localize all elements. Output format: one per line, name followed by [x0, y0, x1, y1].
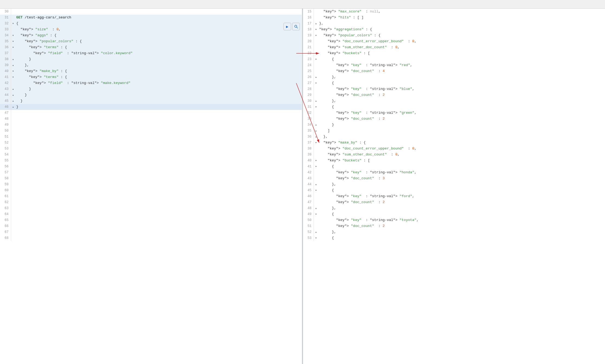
fold-button	[11, 122, 15, 128]
fold-button[interactable]: ▴	[11, 98, 15, 104]
svg-line-1	[297, 27, 298, 28]
code-line: "key"> "size" : 0,	[15, 27, 302, 32]
line-number: 62	[0, 199, 11, 205]
code-line: "key"> "make_by" : {	[318, 140, 605, 146]
line-number: 48	[0, 116, 11, 122]
left-editor[interactable]: 30 31GET /test-agg-cars/_search32▾{33 "k…	[0, 9, 302, 364]
line-number: 53	[303, 235, 314, 241]
fold-button[interactable]: ▴	[314, 21, 318, 27]
code-line	[15, 229, 302, 235]
line-number: 47	[303, 199, 314, 205]
fold-button	[11, 110, 15, 116]
run-button[interactable]: ▶	[284, 23, 291, 30]
fold-button	[11, 170, 15, 176]
fold-button	[11, 181, 15, 187]
code-line: }	[15, 98, 302, 104]
code-line	[15, 193, 302, 199]
fold-button[interactable]: ▾	[314, 187, 318, 193]
fold-button[interactable]: ▾	[11, 32, 15, 38]
fold-button[interactable]: ▾	[314, 164, 318, 170]
fold-button[interactable]: ▴	[314, 74, 318, 80]
line-number: 51	[0, 134, 11, 140]
fold-button[interactable]: ▾	[11, 74, 15, 80]
fold-button[interactable]: ▾	[314, 235, 318, 241]
fold-button[interactable]: ▾	[314, 32, 318, 38]
fold-button	[11, 128, 15, 134]
code-line: {	[318, 80, 605, 86]
fold-button[interactable]: ▾	[11, 21, 15, 27]
fold-button[interactable]: ▴	[11, 56, 15, 62]
code-line: "key"> "doc_count" : 2	[318, 199, 605, 205]
menu-help[interactable]	[15, 3, 21, 5]
fold-button[interactable]: ▴	[11, 104, 15, 110]
code-line	[15, 235, 302, 241]
fold-button[interactable]: ▾	[11, 68, 15, 74]
fold-button	[11, 223, 15, 229]
fold-button[interactable]: ▾	[314, 80, 318, 86]
fold-button[interactable]: ▴	[314, 181, 318, 187]
fold-button[interactable]: ▴	[11, 86, 15, 92]
code-line: }	[15, 86, 302, 92]
fold-button[interactable]: ▴	[314, 122, 318, 128]
fold-button[interactable]: ▾	[314, 56, 318, 62]
code-line	[15, 110, 302, 116]
line-number: 39	[303, 152, 314, 158]
search-button[interactable]	[292, 23, 300, 30]
fold-button[interactable]: ▾	[314, 158, 318, 164]
line-number: 51	[303, 223, 314, 229]
fold-button[interactable]: ▴	[314, 205, 318, 211]
line-number: 47	[0, 110, 11, 116]
fold-button[interactable]: ▴	[11, 92, 15, 98]
fold-button	[11, 176, 15, 181]
code-line: "key"> "doc_count_error_upper_bound" : 0…	[318, 38, 605, 44]
fold-button	[314, 146, 318, 152]
line-number: 55	[0, 158, 11, 164]
fold-button[interactable]: ▾	[314, 104, 318, 110]
fold-button[interactable]: ▾	[314, 50, 318, 56]
fold-button[interactable]: ▾	[314, 27, 318, 32]
line-number: 21	[303, 44, 314, 50]
code-line: "key"> "buckets" : [	[318, 50, 605, 56]
fold-button[interactable]: ▾	[314, 140, 318, 146]
code-line: "key"> "max_score" : null,	[318, 9, 605, 15]
menu-history[interactable]	[2, 3, 8, 5]
code-line	[15, 199, 302, 205]
code-line: "key"> "make_by" : {	[15, 68, 302, 74]
right-editor[interactable]: 15 "key"> "max_score" : null,16 "key"> "…	[303, 9, 605, 364]
menu-settings[interactable]	[9, 3, 14, 5]
fold-button	[11, 217, 15, 223]
line-number: 26	[303, 74, 314, 80]
code-line	[15, 205, 302, 211]
fold-button[interactable]: ▾	[314, 211, 318, 217]
line-number: 63	[0, 205, 11, 211]
fold-button	[11, 164, 15, 170]
fold-button[interactable]: ▴	[314, 98, 318, 104]
line-number: 40	[0, 68, 11, 74]
code-line: },	[15, 62, 302, 68]
fold-button[interactable]: ▴	[314, 128, 318, 134]
fold-button	[11, 205, 15, 211]
line-number: 50	[0, 128, 11, 134]
line-number: 46	[303, 193, 314, 199]
fold-button	[11, 140, 15, 146]
fold-button[interactable]: ▴	[314, 134, 318, 140]
fold-button[interactable]: ▾	[11, 38, 15, 44]
line-number: 58	[0, 176, 11, 181]
fold-button	[11, 187, 15, 193]
line-number: 18	[303, 27, 314, 32]
line-number: 29	[303, 92, 314, 98]
code-line: ]	[318, 128, 605, 134]
code-line	[15, 217, 302, 223]
code-line	[15, 9, 302, 15]
fold-button[interactable]: ▾	[11, 44, 15, 50]
code-line: "key"> "field" : "string-val"> "color.ke…	[15, 50, 302, 56]
fold-button[interactable]: ▴	[314, 229, 318, 235]
fold-button	[11, 9, 15, 15]
fold-button	[11, 15, 15, 21]
fold-button[interactable]: ▴	[11, 62, 15, 68]
line-number: 25	[303, 68, 314, 74]
code-line	[15, 176, 302, 181]
code-line	[15, 134, 302, 140]
code-line	[15, 170, 302, 176]
code-line: "key"> "doc_count" : 2	[318, 116, 605, 122]
